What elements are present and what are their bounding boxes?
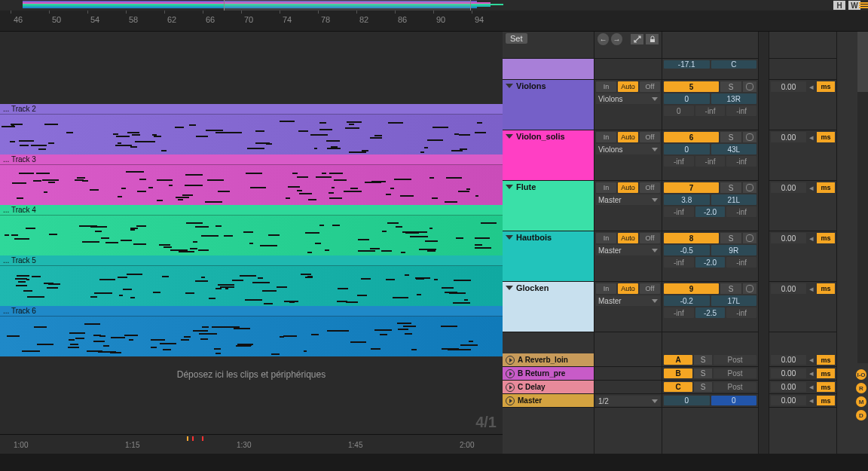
track-delay[interactable]: 0.00	[771, 182, 806, 193]
clip-body[interactable]	[0, 216, 503, 255]
track-activator[interactable]: 7	[664, 182, 719, 193]
return-activator[interactable]: C	[664, 382, 692, 392]
bar-ruler[interactable]: 46505458626670747882869094	[0, 11, 868, 32]
master-track-header[interactable]: Master	[503, 394, 594, 408]
track-activator[interactable]: 5	[664, 81, 719, 92]
drop-zone[interactable]: Déposez ici les clips et périphériques	[0, 363, 503, 386]
monitor-in[interactable]: In	[596, 182, 616, 193]
loop-end-marker[interactable]	[202, 436, 203, 441]
send-a[interactable]: 0	[664, 106, 694, 116]
solo-button[interactable]: S	[720, 132, 741, 142]
send-c[interactable]: -inf	[726, 106, 756, 116]
set-button[interactable]: Set	[506, 33, 527, 44]
track-activator[interactable]: 8	[664, 233, 719, 243]
locator-marker[interactable]	[187, 436, 188, 441]
output-routing[interactable]: Master	[596, 194, 660, 205]
track-lane[interactable]: ... Track 2	[0, 104, 503, 154]
output-routing[interactable]: Master	[596, 245, 660, 255]
track-header[interactable]: Violons	[503, 80, 594, 130]
track-pan[interactable]: 43L	[711, 144, 757, 154]
track-delay[interactable]: 0.00	[771, 283, 806, 294]
nav-fwd-icon[interactable]: →	[611, 33, 622, 45]
monitor-auto[interactable]: Auto	[618, 132, 638, 142]
solo-button[interactable]: S	[720, 81, 741, 92]
post-toggle[interactable]: Post	[714, 369, 756, 378]
send-b[interactable]: -2.0	[695, 206, 726, 217]
arm-button[interactable]	[743, 81, 756, 92]
view-toggle-d[interactable]: D	[856, 410, 866, 421]
chevron-left-icon[interactable]: ◂	[808, 132, 815, 142]
send-a[interactable]: -inf	[664, 307, 694, 318]
return-delay[interactable]: 0.00	[771, 382, 806, 392]
send-b[interactable]: -inf	[695, 106, 726, 116]
track-delay[interactable]: 0.00	[771, 132, 806, 142]
send-a[interactable]: -inf	[664, 257, 694, 268]
h-button[interactable]: H	[833, 1, 845, 10]
clip-body[interactable]	[0, 317, 503, 356]
track-delay[interactable]: 0.00	[771, 233, 806, 243]
group-volume[interactable]: -17.1	[664, 60, 710, 69]
monitor-off[interactable]: Off	[640, 233, 660, 243]
monitor-in[interactable]: In	[596, 81, 616, 92]
track-volume[interactable]: 0	[664, 93, 710, 104]
delay-unit-toggle[interactable]: ms	[817, 283, 835, 294]
track-pan[interactable]: 21L	[711, 194, 757, 205]
track-header[interactable]: Violon_solis	[503, 130, 594, 181]
clip-body[interactable]	[0, 115, 503, 154]
track-activator[interactable]: 9	[664, 283, 719, 294]
delay-unit-toggle[interactable]: ms	[817, 233, 835, 243]
delay-unit-toggle[interactable]: ms	[817, 396, 835, 405]
send-c[interactable]: -inf	[726, 257, 756, 268]
return-delay[interactable]: 0.00	[771, 369, 806, 378]
view-toggle-m[interactable]: M	[856, 396, 866, 407]
track-lane[interactable]: ... Track 5	[0, 255, 503, 306]
lock-icon[interactable]	[646, 34, 659, 44]
track-pan[interactable]: 9R	[711, 245, 757, 255]
track-lane[interactable]: ... Track 3	[0, 154, 503, 205]
time-ruler[interactable]: 1:001:151:301:452:00	[0, 434, 503, 454]
monitor-off[interactable]: Off	[640, 182, 660, 193]
clip-header[interactable]: ... Track 3	[0, 154, 503, 165]
monitor-in[interactable]: In	[596, 233, 616, 243]
output-routing[interactable]: Master	[596, 295, 660, 306]
send-c[interactable]: -inf	[726, 206, 756, 217]
track-lane[interactable]: ... Track 4	[0, 205, 503, 255]
send-c[interactable]: -inf	[726, 156, 756, 167]
play-icon[interactable]	[506, 369, 515, 378]
group-header[interactable]	[503, 59, 594, 80]
master-delay[interactable]: 0.00	[771, 396, 806, 405]
arrangement-view[interactable]: ... Track 2... Track 3... Track 4... Tra…	[0, 32, 503, 454]
send-b[interactable]: -2.5	[695, 307, 726, 318]
monitor-auto[interactable]: Auto	[618, 182, 638, 193]
monitor-off[interactable]: Off	[640, 81, 660, 92]
clip-body[interactable]	[0, 165, 503, 205]
view-toggle-i-o[interactable]: I-O	[856, 369, 866, 380]
monitor-auto[interactable]: Auto	[618, 233, 638, 243]
track-volume[interactable]: 0	[664, 144, 710, 154]
solo-button[interactable]: S	[694, 382, 712, 392]
track-header[interactable]: Hautbois	[503, 231, 594, 282]
return-delay[interactable]: 0.00	[771, 355, 806, 365]
solo-button[interactable]: S	[694, 369, 712, 378]
chevron-left-icon[interactable]: ◂	[808, 81, 815, 92]
fold-toggle-icon[interactable]	[506, 84, 513, 88]
delay-unit-toggle[interactable]: ms	[817, 182, 835, 193]
fold-toggle-icon[interactable]	[506, 134, 513, 139]
play-icon[interactable]	[506, 383, 515, 392]
track-header[interactable]: Glocken	[503, 282, 594, 332]
monitor-in[interactable]: In	[596, 283, 616, 294]
arm-button[interactable]	[743, 132, 756, 142]
master-output-routing[interactable]: 1/2	[596, 396, 660, 406]
vertical-scrollbar[interactable]	[857, 32, 868, 363]
delay-unit-toggle[interactable]: ms	[817, 382, 835, 392]
clip-body[interactable]	[0, 266, 503, 306]
track-pan[interactable]: 17L	[711, 295, 757, 306]
output-routing[interactable]: Violons	[596, 144, 660, 154]
play-icon[interactable]	[506, 396, 515, 405]
return-track-header[interactable]: B Return_pre	[503, 367, 594, 381]
monitor-off[interactable]: Off	[640, 132, 660, 142]
output-routing[interactable]: Violons	[596, 93, 660, 104]
delay-unit-toggle[interactable]: ms	[817, 355, 835, 365]
track-delay[interactable]: 0.00	[771, 81, 806, 92]
chevron-left-icon[interactable]: ◂	[808, 355, 815, 365]
